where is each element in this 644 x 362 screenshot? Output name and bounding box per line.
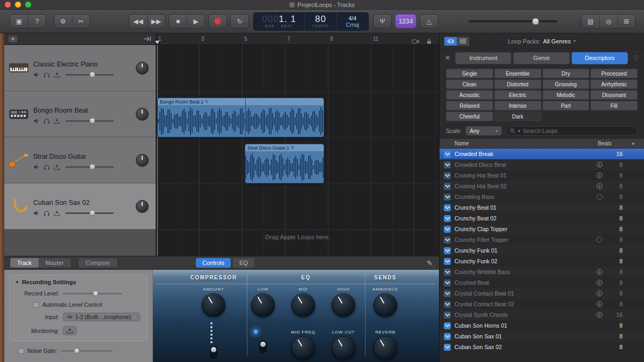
loop-row[interactable]: Cuban Son Sax 018 [440,331,644,342]
forward-button[interactable]: ▶▶ [147,14,165,28]
descriptor-single[interactable]: Single [446,69,493,78]
column-beats[interactable]: Beats [597,141,623,146]
download-icon[interactable] [595,312,604,318]
mid-freq-knob[interactable] [291,336,315,360]
loop-row[interactable]: Crunchy Funk 028 [440,256,644,267]
settings-gear-icon[interactable]: ⚙ [54,14,72,28]
loop-row[interactable]: Crunchy Clap Topper8 [440,224,644,234]
download-icon[interactable] [595,279,604,286]
track-filter-icon[interactable] [143,34,152,44]
descriptor-electric[interactable]: Electric [494,90,541,100]
input-monitor-icon[interactable] [54,164,60,170]
stop-button[interactable]: ■ [169,14,187,28]
playhead[interactable] [157,45,158,256]
eq-toggle[interactable] [259,341,267,353]
scale-dropdown[interactable]: Any ▾ [465,126,502,136]
descriptor-dry[interactable]: Dry [543,69,590,78]
loop-row[interactable]: Cruising Hat Beat 018 [440,170,644,181]
ambience-knob[interactable] [374,293,397,317]
favorites-heart-icon[interactable]: ♡ [633,54,639,62]
loop-row[interactable]: Crowded Break16 [440,149,644,159]
record-level-slider[interactable] [63,293,122,294]
mid-knob[interactable] [291,293,315,317]
loop-row[interactable]: Crowded Disco Beat8 [440,159,644,170]
tab-descriptors[interactable]: Descriptors [572,52,628,64]
metronome-icon[interactable]: △ [420,14,438,28]
monitoring-button[interactable] [63,326,77,335]
loop-row[interactable]: Crystal Contact Beat 028 [440,299,644,309]
audio-region[interactable]: Strat Disco Guitar.1↻ [245,144,324,183]
loop-row[interactable]: Crumbling Bass8 [440,191,644,202]
zoom-window-button[interactable] [25,2,31,8]
record-button[interactable] [209,14,226,28]
download-icon[interactable] [595,269,604,275]
tab-track[interactable]: Track [10,258,39,268]
high-knob[interactable] [332,293,355,317]
track-row[interactable]: Strat Disco Guitar [4,137,156,183]
low-cut-knob[interactable] [332,336,355,360]
pan-knob[interactable] [136,62,149,75]
descriptor-relaxed[interactable]: Relaxed [446,101,493,110]
amount-knob[interactable] [202,293,225,317]
mute-icon[interactable] [33,164,40,170]
pan-knob[interactable] [136,108,149,121]
scissors-icon[interactable]: ✂ [72,14,90,28]
loop-packs-dropdown[interactable]: Loop Packs: All Genres ▾ [508,38,576,45]
close-icon[interactable]: ✕ [445,54,450,62]
loop-row[interactable]: Crunchy Filter Topper8 [440,234,644,245]
loop-row[interactable]: Cuban Son Horns 018 [440,320,644,331]
lcd-display[interactable]: 0001. 1 BARBEAT 80 TEMPO 4/4 Cmaj [253,12,369,31]
tuner-icon[interactable]: Ψ [374,14,391,28]
compressor-toggle[interactable] [210,346,217,359]
media-browser-icon[interactable]: ⊞ [617,14,635,28]
download-icon[interactable] [595,161,604,168]
column-name[interactable]: Name [440,141,597,146]
input-monitor-icon[interactable] [54,72,60,78]
track-row[interactable]: Classic Electric Piano [4,45,156,91]
add-track-button[interactable]: + [8,35,18,43]
master-volume-slider[interactable] [469,20,557,23]
mute-icon[interactable] [33,118,40,124]
track-volume-slider[interactable] [65,74,114,76]
download-icon[interactable] [595,301,604,307]
search-field[interactable]: ▾ [506,126,638,136]
library-icon[interactable]: ▣ [10,14,28,28]
reverb-knob[interactable] [374,336,397,360]
tab-instrument[interactable]: Instrument [455,52,511,64]
loop-row[interactable]: Crushed Beat8 [440,277,644,288]
close-window-button[interactable] [5,2,11,8]
solo-icon[interactable] [43,72,50,78]
track-volume-slider[interactable] [65,120,114,122]
track-volume-slider[interactable] [65,166,114,168]
input-monitor-icon[interactable] [54,210,60,216]
track-row[interactable]: Cuban Son Sax 02 [4,183,156,230]
audio-region[interactable]: Bongo Room Beat.1↻ [157,98,324,137]
track-volume-slider[interactable] [65,212,114,214]
pencil-icon[interactable]: ✎ [427,259,433,267]
input-monitor-icon[interactable] [54,118,60,124]
help-icon[interactable]: ? [28,14,46,28]
cycle-button[interactable]: ↻ [231,14,248,28]
loop-row[interactable]: Cruising Hat Beat 028 [440,181,644,191]
ruler[interactable]: 1357911 [156,33,439,45]
solo-icon[interactable] [43,210,50,216]
descriptor-distorted[interactable]: Distorted [494,79,541,89]
loop-row[interactable]: Crystal Contact Beat 018 [440,288,644,299]
descriptor-part[interactable]: Part [543,101,590,110]
minimize-window-button[interactable] [15,2,21,8]
low-knob[interactable] [251,293,275,317]
solo-icon[interactable] [43,164,50,170]
mute-icon[interactable] [33,210,40,216]
play-button[interactable]: ▶ [187,14,204,28]
auto-level-checkbox[interactable] [33,302,39,308]
volume-thumb[interactable] [532,18,539,25]
loop-row[interactable]: Crunchy Beat 018 [440,202,644,213]
disclosure-triangle-icon[interactable]: ▼ [15,280,19,285]
column-favorites-icon[interactable]: ♥ [623,141,644,146]
track-lanes[interactable]: Drag Apple Loops here. Bongo Room Beat.1… [156,45,439,256]
loop-row[interactable]: Crunchy Wobble Bass8 [440,267,644,277]
loop-list-header[interactable]: Name Beats ♥ [440,138,644,149]
mute-icon[interactable] [33,72,40,78]
descriptor-ensemble[interactable]: Ensemble [494,69,541,78]
descriptor-melodic[interactable]: Melodic [543,90,590,100]
